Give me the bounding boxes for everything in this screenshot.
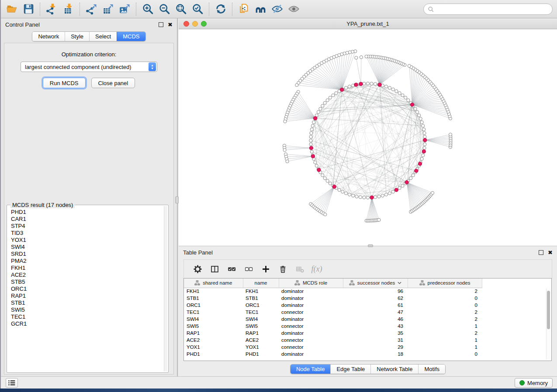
mcds-result-item[interactable]: STB5 xyxy=(8,279,164,285)
mcds-result-item[interactable]: FKH1 xyxy=(8,265,164,272)
optimization-criterion-dropdown[interactable]: largest connected component (undirected)… xyxy=(21,62,157,72)
table-row-YOX1[interactable]: YOX1YOX1connector291 xyxy=(184,344,551,351)
first-neighbors-button[interactable] xyxy=(252,1,269,17)
run-mcds-button[interactable]: Run MCDS xyxy=(43,78,86,88)
window-close-icon[interactable] xyxy=(183,21,189,27)
save-session-button[interactable] xyxy=(20,1,37,17)
mcds-result-item[interactable]: ORC1 xyxy=(8,285,164,292)
column-header-successor-nodes[interactable]: successor nodes xyxy=(343,279,408,288)
column-header-shared-name[interactable]: shared name xyxy=(184,279,243,288)
mcds-result-item[interactable]: SWI4 xyxy=(8,244,164,251)
mcds-result-item[interactable]: STB1 xyxy=(8,299,164,306)
import-table-button[interactable] xyxy=(60,1,76,17)
mcds-result-item[interactable]: RAP1 xyxy=(8,292,164,299)
mcds-result-item[interactable]: TEC1 xyxy=(8,313,164,320)
control-panel: Control Panel ✖ NetworkStyleSelectMCDS O… xyxy=(1,18,178,376)
mcds-result-item[interactable]: ACE2 xyxy=(8,272,164,279)
mcds-tab-content: Optimization criterion: largest connecte… xyxy=(4,43,174,375)
column-view-button[interactable] xyxy=(208,262,221,276)
network-graph-canvas[interactable] xyxy=(179,29,557,246)
tab-motifs[interactable]: Motifs xyxy=(418,364,445,374)
column-header-MCDS-role[interactable]: MCDS role xyxy=(279,279,343,288)
tab-network[interactable]: Network xyxy=(32,32,65,41)
mcds-result-item[interactable]: PMA2 xyxy=(8,258,164,265)
delete-table-icon xyxy=(295,265,304,274)
control-panel-title: Control Panel xyxy=(5,21,40,28)
mcds-result-item[interactable]: PHD1 xyxy=(8,209,164,216)
horizontal-splitter-handle[interactable] xyxy=(368,244,373,247)
export-image-icon xyxy=(119,3,131,15)
control-panel-header: Control Panel ✖ xyxy=(1,18,177,31)
table-row-RAP1[interactable]: RAP1RAP1dominator352 xyxy=(184,330,551,337)
mcds-result-item[interactable]: TID3 xyxy=(8,230,164,237)
table-row-FKH1[interactable]: FKH1FKH1dominator962 xyxy=(184,288,551,295)
add-column-button[interactable] xyxy=(259,262,272,276)
window-zoom-icon[interactable] xyxy=(201,21,207,27)
tab-select[interactable]: Select xyxy=(89,32,117,41)
dropdown-selected-value: largest connected component (undirected) xyxy=(25,64,131,70)
window-minimize-icon[interactable] xyxy=(192,21,198,27)
close-panel-button[interactable]: Close panel xyxy=(91,78,135,88)
zoom-out-button[interactable] xyxy=(156,1,173,17)
mcds-result-item[interactable]: CAR1 xyxy=(8,216,164,223)
export-network-button[interactable] xyxy=(83,1,100,17)
table-row-ACE2[interactable]: ACE2ACE2connector311 xyxy=(184,337,551,344)
column-header-name[interactable]: name xyxy=(243,279,279,288)
table-row-SWI5[interactable]: SWI5SWI5connector431 xyxy=(184,323,551,330)
float-table-panel-icon[interactable] xyxy=(539,250,543,255)
search-icon xyxy=(428,6,434,13)
import-network-button[interactable] xyxy=(43,1,60,17)
import-network-icon xyxy=(46,3,58,15)
column-header-predecessor-nodes[interactable]: predecessor nodes xyxy=(408,279,482,288)
zoom-fit-button[interactable] xyxy=(173,1,189,17)
table-scrollbar[interactable] xyxy=(546,289,550,359)
table-row-ORC1[interactable]: ORC1ORC1dominator610 xyxy=(184,302,551,309)
copy-network-button[interactable] xyxy=(235,1,252,17)
unselect-all-columns-icon xyxy=(244,265,253,274)
table-row-PHD1[interactable]: PHD1PHD1dominator180 xyxy=(184,351,551,358)
memory-button[interactable]: Memory xyxy=(515,378,553,388)
unselect-all-columns-button[interactable] xyxy=(242,262,255,276)
task-history-button[interactable] xyxy=(6,378,18,388)
vertical-splitter-handle[interactable] xyxy=(175,196,179,203)
mcds-result-item[interactable]: GCR1 xyxy=(8,320,164,327)
network-window-titlebar[interactable]: YPA_prune.txt_1 xyxy=(179,18,557,29)
save-session-icon xyxy=(23,3,35,15)
table-row-STB1[interactable]: STB1STB1dominator620 xyxy=(184,295,551,302)
zoom-in-button[interactable] xyxy=(139,1,156,17)
hide-selected-button[interactable] xyxy=(269,1,285,17)
float-panel-icon[interactable] xyxy=(159,22,163,27)
tab-edge-table[interactable]: Edge Table xyxy=(330,364,370,374)
tab-mcds[interactable]: MCDS xyxy=(117,32,145,41)
toolbar-separator xyxy=(80,3,80,16)
zoom-selected-button[interactable] xyxy=(189,1,206,17)
tab-node-table[interactable]: Node Table xyxy=(291,364,331,374)
select-all-columns-button[interactable] xyxy=(225,262,238,276)
show-all-button[interactable] xyxy=(285,1,302,17)
export-image-button[interactable] xyxy=(116,1,133,17)
close-table-panel-icon[interactable]: ✖ xyxy=(548,250,553,255)
mcds-result-item[interactable]: SRD1 xyxy=(8,251,164,258)
tab-style[interactable]: Style xyxy=(65,32,89,41)
table-options-button[interactable] xyxy=(191,262,204,276)
application-window: Control Panel ✖ NetworkStyleSelectMCDS O… xyxy=(0,0,557,389)
open-file-button[interactable] xyxy=(3,1,20,17)
mcds-result-item[interactable]: SWI5 xyxy=(8,306,164,313)
table-row-SWI4[interactable]: SWI4SWI4dominator462 xyxy=(184,316,551,323)
list-icon xyxy=(8,379,16,386)
mcds-result-item[interactable]: STP4 xyxy=(8,223,164,230)
delete-column-button[interactable] xyxy=(276,262,289,276)
export-table-button[interactable] xyxy=(100,1,116,17)
network-graph-svg[interactable] xyxy=(179,29,557,246)
close-panel-icon[interactable]: ✖ xyxy=(168,22,173,27)
result-list-scrollbar[interactable] xyxy=(164,206,167,371)
table-row-TEC1[interactable]: TEC1TEC1connector472 xyxy=(184,309,551,316)
table-scrollbar-thumb[interactable] xyxy=(547,291,550,329)
zoom-out-icon xyxy=(159,3,170,15)
mcds-result-item[interactable]: YOX1 xyxy=(8,237,164,244)
refresh-button[interactable] xyxy=(212,1,229,17)
search-box[interactable] xyxy=(423,3,553,15)
tab-network-table[interactable]: Network Table xyxy=(370,364,418,374)
zoom-fit-icon xyxy=(175,3,187,15)
search-input[interactable] xyxy=(434,5,552,14)
